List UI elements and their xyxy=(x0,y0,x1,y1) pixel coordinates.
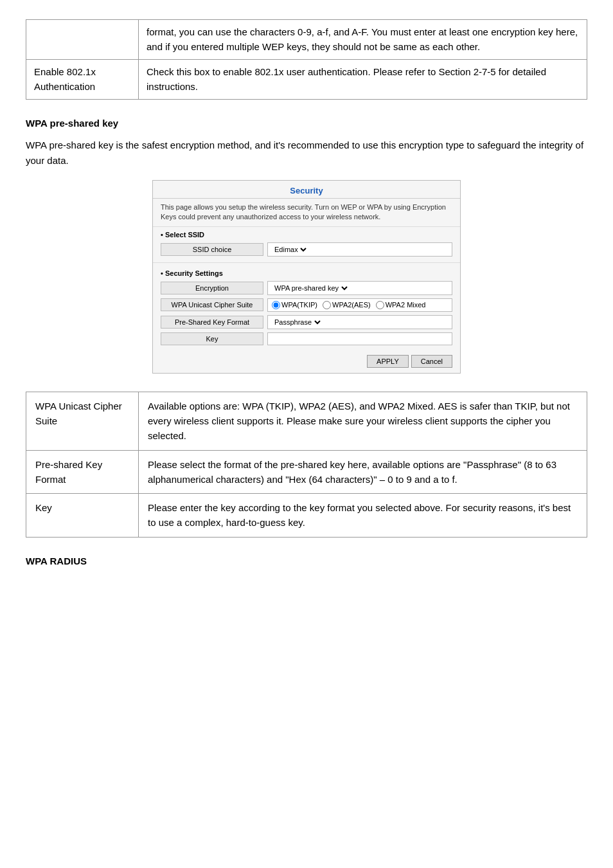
encryption-value[interactable]: WPA pre-shared key xyxy=(267,281,452,295)
psk-format-row-label: Pre-shared Key Format xyxy=(26,450,139,494)
wpa-psk-heading: WPA pre-shared key xyxy=(26,118,587,129)
table-row: Pre-shared Key Format Please select the … xyxy=(26,450,587,494)
cipher-suite-row-label: WPA Unicast Cipher Suite xyxy=(26,392,139,450)
ssid-choice-label: SSID choice xyxy=(161,243,263,256)
cipher-mixed-label[interactable]: WPA2 Mixed xyxy=(376,301,426,309)
security-widget-description: This page allows you setup the wireless … xyxy=(153,199,460,227)
cipher-radio-group: WPA(TKIP) WPA2(AES) WPA2 Mixed xyxy=(272,301,448,309)
psk-format-label: Pre-Shared Key Format xyxy=(161,316,263,329)
apply-button[interactable]: APPLY xyxy=(367,355,409,368)
security-widget-title: Security xyxy=(153,181,460,199)
cipher-aes-label[interactable]: WPA2(AES) xyxy=(323,301,371,309)
psk-format-select[interactable]: Passphrase xyxy=(272,318,323,327)
cipher-mixed-radio[interactable] xyxy=(376,301,384,309)
security-settings-title: Security Settings xyxy=(161,269,452,277)
security-settings-section: Security Settings Encryption WPA pre-sha… xyxy=(153,266,460,351)
cipher-aes-text: WPA2(AES) xyxy=(332,301,371,309)
cipher-tkip-text: WPA(TKIP) xyxy=(281,301,317,309)
key-label: Key xyxy=(161,332,263,345)
key-row-desc: Please enter the key according to the ke… xyxy=(139,494,587,538)
top-row-label-empty xyxy=(26,20,139,60)
wpa-psk-body: WPA pre-shared key is the safest encrypt… xyxy=(26,138,587,168)
psk-format-row: Pre-Shared Key Format Passphrase xyxy=(161,315,452,329)
cipher-suite-value: WPA(TKIP) WPA2(AES) WPA2 Mixed xyxy=(267,298,452,312)
key-input[interactable] xyxy=(272,335,448,343)
table-row: format, you can use the characters 0-9, … xyxy=(26,20,587,60)
cipher-tkip-label[interactable]: WPA(TKIP) xyxy=(272,301,317,309)
cancel-button[interactable]: Cancel xyxy=(411,355,452,368)
table-row: Key Please enter the key according to th… xyxy=(26,494,587,538)
key-input-container[interactable] xyxy=(267,332,452,345)
cipher-mixed-text: WPA2 Mixed xyxy=(386,301,426,309)
cipher-suite-row: WPA Unicast Cipher Suite WPA(TKIP) WPA2(… xyxy=(161,298,452,312)
key-row: Key xyxy=(161,332,452,345)
cipher-suite-label: WPA Unicast Cipher Suite xyxy=(161,298,263,311)
cipher-suite-row-desc: Available options are: WPA (TKIP), WPA2 … xyxy=(139,392,587,450)
top-info-table: format, you can use the characters 0-9, … xyxy=(26,19,587,100)
enable-802-desc: Check this box to enable 802.1x user aut… xyxy=(139,60,587,100)
key-row-label: Key xyxy=(26,494,139,538)
select-ssid-title: Select SSID xyxy=(161,231,452,239)
cipher-aes-radio[interactable] xyxy=(323,301,331,309)
select-ssid-section: Select SSID SSID choice Edimax xyxy=(153,227,460,262)
wpa-radius-heading: WPA RADIUS xyxy=(26,556,587,566)
ssid-select[interactable]: Edimax xyxy=(272,245,308,254)
encryption-select[interactable]: WPA pre-shared key xyxy=(272,284,350,293)
enable-802-label: Enable 802.1x Authentication xyxy=(26,60,139,100)
description-table: WPA Unicast Cipher Suite Available optio… xyxy=(26,392,587,538)
encryption-label: Encryption xyxy=(161,282,263,294)
top-row-desc-format: format, you can use the characters 0-9, … xyxy=(139,20,587,60)
encryption-row: Encryption WPA pre-shared key xyxy=(161,281,452,295)
ssid-choice-value[interactable]: Edimax xyxy=(267,242,452,257)
psk-format-value[interactable]: Passphrase xyxy=(267,315,452,329)
security-widget: Security This page allows you setup the … xyxy=(152,180,461,374)
table-row: WPA Unicast Cipher Suite Available optio… xyxy=(26,392,587,450)
cipher-tkip-radio[interactable] xyxy=(272,301,280,309)
widget-buttons: APPLY Cancel xyxy=(153,351,460,373)
ssid-row: SSID choice Edimax xyxy=(161,242,452,257)
psk-format-row-desc: Please select the format of the pre-shar… xyxy=(139,450,587,494)
table-row: Enable 802.1x Authentication Check this … xyxy=(26,60,587,100)
